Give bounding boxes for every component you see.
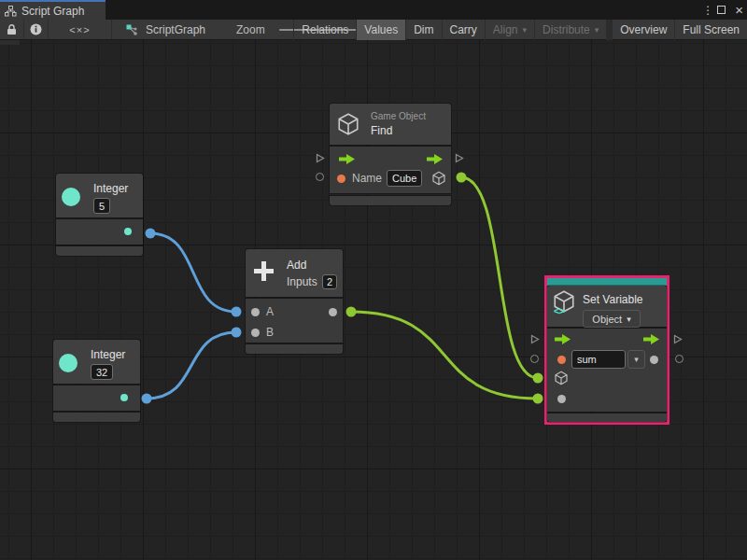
window-menu-icon[interactable]: ⋮ <box>702 4 708 17</box>
sum-output-port[interactable] <box>329 308 337 316</box>
external-name-port[interactable] <box>316 173 324 181</box>
align-button[interactable]: Align ▾ <box>485 20 534 40</box>
port-b-label: B <box>266 326 274 339</box>
wire-integer2-to-add-b[interactable] <box>147 332 236 399</box>
align-label: Align <box>493 23 518 36</box>
tab-script-graph[interactable]: Script Graph <box>0 0 106 20</box>
object-input-port[interactable] <box>554 371 569 385</box>
script-graph-window: Script Graph ⋮ × <×> <box>0 0 747 560</box>
script-graph-icon <box>125 23 139 36</box>
dim-button[interactable]: Dim <box>405 20 441 40</box>
node-title: Integer <box>93 182 128 195</box>
chevron-down-icon: ▾ <box>595 25 599 35</box>
wire-endpoint[interactable] <box>232 307 242 317</box>
name-value-field[interactable]: Cube <box>387 170 422 187</box>
overview-button[interactable]: Overview <box>606 20 674 40</box>
distribute-button[interactable]: Distribute ▾ <box>534 20 606 40</box>
add-icon <box>252 259 275 283</box>
wire-add-to-setvariable-value[interactable] <box>351 312 538 399</box>
wire-endpoint[interactable] <box>533 394 543 404</box>
node-gameobject-find[interactable]: Game Object Find Name Cube <box>330 104 451 205</box>
external-name-port[interactable] <box>530 355 539 363</box>
chevron-down-icon: ▾ <box>523 25 528 35</box>
node-set-variable[interactable]: <> Set Variable Object ▾ sum <box>544 275 669 425</box>
value-output-port[interactable] <box>650 356 658 364</box>
node-footer <box>547 413 667 422</box>
title-bar: Script Graph ⋮ × <box>0 0 747 20</box>
wire-endpoint[interactable] <box>146 229 156 239</box>
distribute-label: Distribute <box>543 23 590 36</box>
gameobject-output-port[interactable] <box>431 171 446 186</box>
node-add[interactable]: Add Inputs 2 A B <box>246 249 343 355</box>
info-icon <box>30 23 42 35</box>
integer-literal-icon <box>59 354 78 372</box>
code-badge: <> <box>554 305 564 316</box>
variable-picker-button[interactable]: ▾ <box>627 350 645 369</box>
external-flow-out-port[interactable] <box>673 334 683 344</box>
node-category: Game Object <box>371 111 426 121</box>
port-a-label: A <box>266 305 274 318</box>
zoom-label: Zoom <box>236 23 265 36</box>
external-flow-in-port[interactable] <box>316 153 325 163</box>
input-port-b[interactable] <box>251 329 260 337</box>
integer-value-field[interactable]: 5 <box>93 198 110 214</box>
node-footer <box>330 196 451 205</box>
node-footer <box>246 344 343 354</box>
wire-endpoint[interactable] <box>533 373 543 384</box>
values-button[interactable]: Values <box>356 20 405 40</box>
node-title: Find <box>371 124 392 137</box>
input-port-a[interactable] <box>251 308 260 316</box>
carry-button[interactable]: Carry <box>442 20 485 40</box>
external-value-out-port[interactable] <box>675 355 684 363</box>
wire-endpoint[interactable] <box>142 394 152 404</box>
chevron-down-icon: ▾ <box>627 315 631 324</box>
name-label: Name <box>352 172 382 185</box>
external-flow-in-port[interactable] <box>530 334 540 344</box>
scope-label: Object <box>592 314 622 325</box>
value-input-port[interactable] <box>557 395 566 403</box>
graph-canvas[interactable]: Integer 5 Integer 32 <box>0 40 747 560</box>
flow-in-arrow[interactable] <box>555 334 571 344</box>
game-object-cube-icon <box>336 112 360 136</box>
integer-literal-icon <box>62 188 80 206</box>
node-footer <box>53 413 140 422</box>
variable-name-port[interactable] <box>557 356 566 364</box>
node-title: Set Variable <box>583 293 642 306</box>
flow-out-arrow[interactable] <box>427 154 443 164</box>
node-integer-1[interactable]: Integer 5 <box>56 174 143 256</box>
integer-output-port[interactable] <box>120 394 128 401</box>
integer-value-field[interactable]: 32 <box>91 364 113 380</box>
variable-name-field[interactable]: sum <box>571 350 626 369</box>
variable-kind-strip <box>547 278 667 286</box>
node-footer <box>56 246 143 256</box>
graph-tab-icon <box>5 6 17 17</box>
chevron-down-icon: ▾ <box>634 355 639 364</box>
wire-endpoint[interactable] <box>457 173 467 183</box>
wire-find-to-setvariable-object[interactable] <box>461 177 538 378</box>
wire-endpoint[interactable] <box>346 307 357 317</box>
relations-button[interactable]: Relations <box>293 20 356 40</box>
fullscreen-button[interactable]: Full Screen <box>674 20 747 40</box>
flow-out-arrow[interactable] <box>643 334 659 344</box>
graph-toolbar: <×> ScriptGraph Zoom 1x Relations Values… <box>0 20 747 40</box>
wire-integer1-to-add-a[interactable] <box>150 233 236 312</box>
inspect-button[interactable] <box>24 20 49 39</box>
close-icon[interactable]: × <box>735 6 743 15</box>
integer-output-port[interactable] <box>124 228 132 235</box>
lock-icon <box>7 24 17 35</box>
maximize-icon[interactable] <box>717 6 726 14</box>
external-flow-out-port[interactable] <box>455 153 464 163</box>
inputs-count-field[interactable]: 2 <box>322 274 337 289</box>
node-integer-2[interactable]: Integer 32 <box>53 340 140 422</box>
node-title: Add <box>287 259 306 272</box>
variable-scope-dropdown[interactable]: Object ▾ <box>583 310 641 328</box>
graph-name-label: ScriptGraph <box>146 23 205 36</box>
wire-endpoint[interactable] <box>232 328 242 338</box>
node-title: Integer <box>91 348 125 361</box>
lock-button[interactable] <box>0 20 24 39</box>
code-view-button[interactable]: <×> <box>49 20 112 39</box>
inputs-label: Inputs <box>287 275 317 288</box>
name-input-port[interactable] <box>337 175 345 183</box>
tab-title: Script Graph <box>21 5 84 18</box>
flow-in-arrow[interactable] <box>339 154 355 164</box>
